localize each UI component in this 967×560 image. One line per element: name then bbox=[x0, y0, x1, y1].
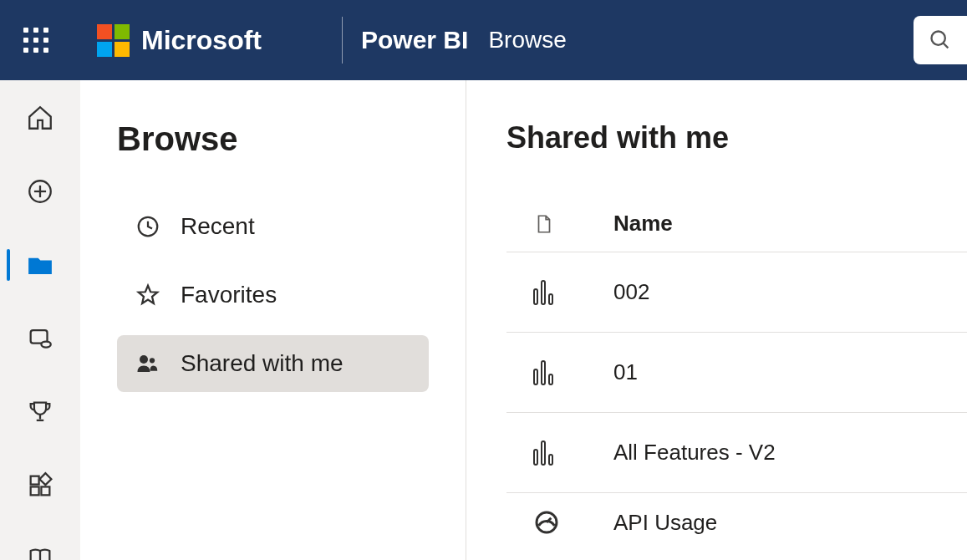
row-name: All Features - V2 bbox=[613, 440, 776, 466]
column-type[interactable] bbox=[533, 211, 613, 237]
home-icon bbox=[26, 104, 54, 132]
trophy-icon bbox=[26, 398, 54, 426]
book-icon bbox=[26, 545, 54, 560]
rail-metrics[interactable] bbox=[0, 398, 80, 426]
browse-item-label: Shared with me bbox=[181, 350, 344, 377]
apps-icon bbox=[26, 471, 54, 500]
app-name: Power BI bbox=[361, 26, 468, 54]
row-name: API Usage bbox=[613, 510, 717, 536]
browse-item-label: Recent bbox=[181, 213, 255, 240]
data-hub-icon bbox=[26, 324, 54, 353]
svg-point-15 bbox=[140, 355, 148, 364]
search-button[interactable] bbox=[914, 16, 967, 64]
content-title: Shared with me bbox=[506, 120, 967, 155]
table-row[interactable]: API Usage bbox=[506, 493, 967, 552]
svg-rect-10 bbox=[31, 486, 39, 495]
column-name[interactable]: Name bbox=[613, 211, 673, 237]
brand-block[interactable]: Microsoft bbox=[97, 24, 262, 57]
rail-browse[interactable] bbox=[0, 251, 80, 279]
row-name: 01 bbox=[613, 359, 638, 385]
svg-line-1 bbox=[944, 43, 949, 48]
report-icon bbox=[533, 280, 613, 305]
plus-circle-icon bbox=[26, 177, 54, 206]
clock-icon bbox=[135, 214, 160, 239]
browse-item-shared[interactable]: Shared with me bbox=[117, 335, 429, 392]
row-name: 002 bbox=[613, 279, 649, 305]
header-divider bbox=[342, 17, 343, 64]
content-area: Shared with me Name 002 01 All Features … bbox=[466, 80, 967, 560]
svg-marker-14 bbox=[139, 286, 158, 303]
table-row[interactable]: All Features - V2 bbox=[506, 413, 967, 493]
star-icon bbox=[135, 283, 160, 308]
file-icon bbox=[533, 211, 555, 237]
svg-rect-12 bbox=[39, 473, 51, 485]
table-row[interactable]: 01 bbox=[506, 333, 967, 413]
left-rail bbox=[0, 80, 80, 560]
rail-apps[interactable] bbox=[0, 471, 80, 500]
app-header: Microsoft Power BI Browse bbox=[0, 0, 967, 80]
rail-home[interactable] bbox=[0, 104, 80, 132]
report-icon bbox=[533, 440, 613, 466]
brand-text: Microsoft bbox=[141, 25, 262, 56]
svg-rect-9 bbox=[31, 476, 39, 485]
svg-point-6 bbox=[41, 342, 50, 348]
browse-panel: Browse Recent Favorites Shared with me bbox=[80, 80, 466, 560]
microsoft-logo-icon bbox=[97, 24, 130, 57]
browse-item-recent[interactable]: Recent bbox=[117, 198, 429, 255]
folder-icon bbox=[26, 251, 54, 279]
rail-learn[interactable] bbox=[0, 545, 80, 560]
report-icon bbox=[533, 360, 613, 385]
browse-item-label: Favorites bbox=[181, 282, 277, 308]
browse-title: Browse bbox=[117, 120, 429, 158]
breadcrumb: Browse bbox=[488, 27, 566, 53]
table-header: Name bbox=[506, 196, 967, 252]
dashboard-icon bbox=[533, 509, 613, 536]
svg-point-16 bbox=[150, 358, 155, 363]
search-icon bbox=[929, 28, 952, 52]
rail-data-hub[interactable] bbox=[0, 324, 80, 353]
svg-rect-11 bbox=[41, 486, 49, 495]
svg-point-0 bbox=[932, 32, 945, 45]
browse-item-favorites[interactable]: Favorites bbox=[117, 267, 429, 323]
people-icon bbox=[135, 351, 160, 376]
app-launcher-icon[interactable] bbox=[23, 28, 48, 53]
table-row[interactable]: 002 bbox=[506, 252, 967, 333]
rail-create[interactable] bbox=[0, 177, 80, 206]
